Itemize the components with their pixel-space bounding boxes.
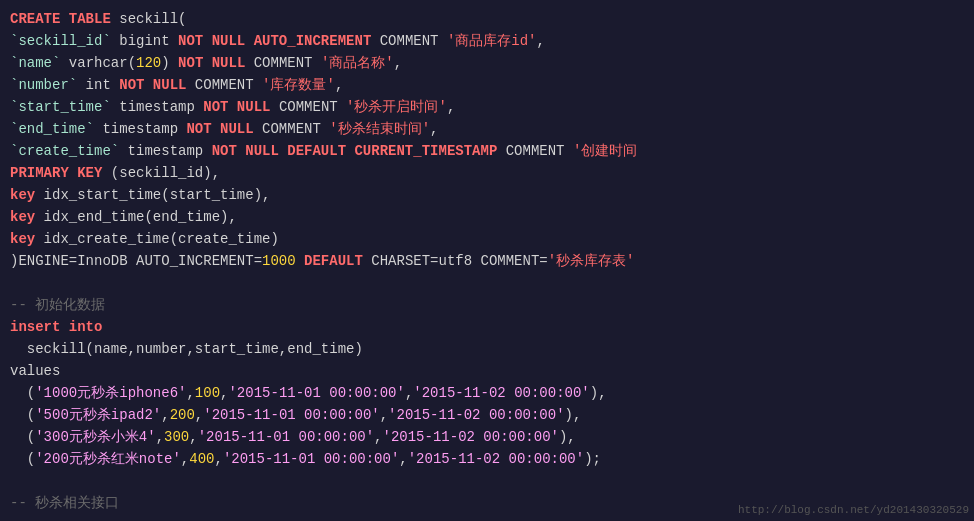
watermark: http://blog.csdn.net/yd201430320529 [738,504,969,516]
code-line-22 [10,470,964,492]
code-line-9: key idx_start_time(start_time), [10,184,964,206]
code-line-14: -- 初始化数据 [10,294,964,316]
code-line-4: `number` int NOT NULL COMMENT '库存数量', [10,74,964,96]
code-line-11: key idx_create_time(create_time) [10,228,964,250]
code-line-15: insert into [10,316,964,338]
code-line-7: `create_time` timestamp NOT NULL DEFAULT… [10,140,964,162]
code-line-8: PRIMARY KEY (seckill_id), [10,162,964,184]
code-line-21: ('200元秒杀红米note',400,'2015-11-01 00:00:00… [10,448,964,470]
code-line-16: seckill(name,number,start_time,end_time) [10,338,964,360]
code-line-1: CREATE TABLE seckill( [10,8,964,30]
code-line-19: ('500元秒杀ipad2',200,'2015-11-01 00:00:00'… [10,404,964,426]
code-line-13 [10,272,964,294]
code-line-5: `start_time` timestamp NOT NULL COMMENT … [10,96,964,118]
code-line-6: `end_time` timestamp NOT NULL COMMENT '秒… [10,118,964,140]
code-line-10: key idx_end_time(end_time), [10,206,964,228]
code-line-17: values [10,360,964,382]
code-line-12: )ENGINE=InnoDB AUTO_INCREMENT=1000 DEFAU… [10,250,964,272]
code-line-3: `name` varhcar(120) NOT NULL COMMENT '商品… [10,52,964,74]
code-line-2: `seckill_id` bigint NOT NULL AUTO_INCREM… [10,30,964,52]
code-container: CREATE TABLE seckill( `seckill_id` bigin… [0,0,974,521]
code-line-18: ('1000元秒杀iphone6',100,'2015-11-01 00:00:… [10,382,964,404]
code-line-20: ('300元秒杀小米4',300,'2015-11-01 00:00:00','… [10,426,964,448]
